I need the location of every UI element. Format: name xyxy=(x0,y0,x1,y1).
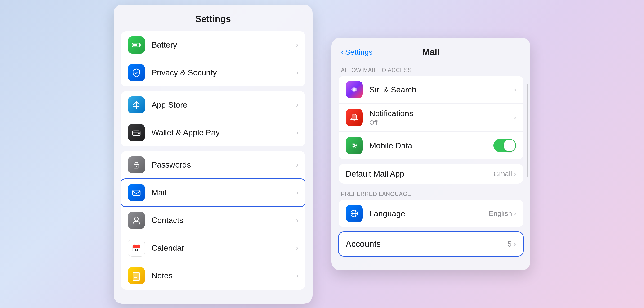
svg-rect-1 xyxy=(140,44,141,46)
settings-item-calendar[interactable]: 14 Calendar › xyxy=(121,234,306,262)
mobiledata-content: Mobile Data xyxy=(369,141,494,150)
accounts-label: Accounts xyxy=(346,239,508,249)
mobiledata-toggle[interactable] xyxy=(494,139,516,152)
default-mail-group: Default Mail App Gmail › xyxy=(338,164,523,184)
svg-rect-2 xyxy=(133,44,137,46)
privacy-label: Privacy & Security xyxy=(152,68,296,77)
mobiledata-title: Mobile Data xyxy=(369,141,494,150)
settings-item-appstore[interactable]: App Store › xyxy=(121,91,306,119)
mail-panel-header: ‹ Settings Mail xyxy=(332,47,530,65)
settings-item-mail[interactable]: Mail › xyxy=(121,179,306,207)
notifications-content: Notifications Off xyxy=(369,109,514,126)
privacy-chevron: › xyxy=(296,69,298,77)
back-chevron: ‹ xyxy=(341,47,344,57)
settings-group-store: App Store › Wallet & Apple Pay › xyxy=(121,91,306,146)
language-content: Language xyxy=(369,209,489,218)
preferred-language-label: PREFERRED LANGUAGE xyxy=(332,188,530,200)
siri-chevron: › xyxy=(514,86,516,93)
settings-item-passwords[interactable]: Passwords › xyxy=(121,151,306,179)
svg-rect-8 xyxy=(138,133,140,134)
notifications-icon xyxy=(346,109,363,126)
mail-item-language[interactable]: Language English › xyxy=(338,200,523,227)
notifications-right: › xyxy=(514,114,516,121)
notes-icon xyxy=(128,267,145,284)
language-title: Language xyxy=(369,209,489,218)
mail-label: Mail xyxy=(152,188,296,197)
battery-icon xyxy=(128,37,145,54)
wallet-label: Wallet & Apple Pay xyxy=(152,128,296,137)
svg-rect-15 xyxy=(132,247,140,248)
language-value: English xyxy=(489,209,512,217)
settings-item-wallet[interactable]: Wallet & Apple Pay › xyxy=(121,119,306,146)
settings-title: Settings xyxy=(114,14,312,31)
mail-icon xyxy=(128,184,145,201)
settings-group-system: Battery › Privacy & Security › xyxy=(121,31,306,87)
language-icon xyxy=(346,205,363,222)
notifications-subtitle: Off xyxy=(369,119,514,126)
back-label: Settings xyxy=(345,48,373,57)
passwords-icon xyxy=(128,156,145,173)
notifications-title: Notifications xyxy=(369,109,514,118)
battery-label: Battery xyxy=(152,40,296,50)
privacy-icon xyxy=(128,64,145,81)
settings-item-contacts[interactable]: Contacts › xyxy=(121,207,306,234)
accounts-chevron: › xyxy=(514,240,516,248)
svg-rect-11 xyxy=(132,190,140,195)
appstore-label: App Store xyxy=(152,100,296,109)
defaultapp-title: Default Mail App xyxy=(346,169,494,178)
mobiledata-icon xyxy=(346,137,363,154)
accounts-count: 5 xyxy=(508,240,512,248)
toggle-knob xyxy=(504,140,516,151)
siri-content: Siri & Search xyxy=(369,85,514,94)
back-button[interactable]: ‹ Settings xyxy=(341,47,373,57)
settings-item-battery[interactable]: Battery › xyxy=(121,31,306,59)
wallet-icon xyxy=(128,124,145,141)
svg-point-28 xyxy=(354,145,355,146)
svg-rect-7 xyxy=(132,132,140,133)
contacts-icon xyxy=(128,212,145,229)
mail-item-notifications[interactable]: Notifications Off › xyxy=(338,104,523,132)
svg-point-25 xyxy=(353,88,356,91)
contacts-chevron: › xyxy=(296,216,298,224)
allow-mail-group: Siri & Search › Notifications Off xyxy=(338,76,523,159)
battery-chevron: › xyxy=(296,41,298,49)
defaultapp-content: Default Mail App xyxy=(346,169,494,178)
mail-item-mobiledata[interactable]: Mobile Data xyxy=(338,132,523,159)
passwords-chevron: › xyxy=(296,161,298,169)
mail-detail-panel: ‹ Settings Mail ALLOW MAIL TO ACCESS Sir… xyxy=(332,38,530,270)
language-right: English › xyxy=(489,209,516,217)
settings-panel: Settings Battery › xyxy=(114,5,312,304)
language-chevron: › xyxy=(514,210,516,217)
mail-item-defaultapp[interactable]: Default Mail App Gmail › xyxy=(338,164,523,184)
scrollbar[interactable] xyxy=(527,84,528,177)
accounts-right: 5 › xyxy=(508,240,516,248)
mail-chevron: › xyxy=(296,189,298,196)
panels-container: Settings Battery › xyxy=(114,5,530,304)
notifications-chevron: › xyxy=(514,114,516,121)
accounts-row[interactable]: Accounts 5 › xyxy=(338,232,523,256)
settings-item-notes[interactable]: Notes › xyxy=(121,262,306,289)
svg-text:14: 14 xyxy=(135,248,138,252)
calendar-chevron: › xyxy=(296,244,298,252)
wallet-chevron: › xyxy=(296,129,298,136)
siri-title: Siri & Search xyxy=(369,85,514,94)
appstore-chevron: › xyxy=(296,101,298,109)
settings-item-privacy[interactable]: Privacy & Security › xyxy=(121,59,306,87)
defaultapp-value: Gmail xyxy=(494,170,512,178)
siri-icon xyxy=(346,81,363,98)
contacts-label: Contacts xyxy=(152,216,296,225)
accounts-item: Accounts 5 › xyxy=(338,232,523,256)
settings-group-apps: Passwords › Mail › xyxy=(121,151,306,289)
svg-point-12 xyxy=(134,217,138,221)
allow-mail-section-label: ALLOW MAIL TO ACCESS xyxy=(332,65,530,76)
siri-right: › xyxy=(514,86,516,93)
mail-item-siri[interactable]: Siri & Search › xyxy=(338,76,523,104)
defaultapp-chevron: › xyxy=(514,170,516,178)
appstore-icon xyxy=(128,96,145,114)
notes-label: Notes xyxy=(152,271,296,280)
passwords-label: Passwords xyxy=(152,160,296,169)
calendar-label: Calendar xyxy=(152,243,296,252)
svg-point-10 xyxy=(136,166,137,167)
language-group: Language English › xyxy=(338,200,523,227)
notes-chevron: › xyxy=(296,272,298,279)
